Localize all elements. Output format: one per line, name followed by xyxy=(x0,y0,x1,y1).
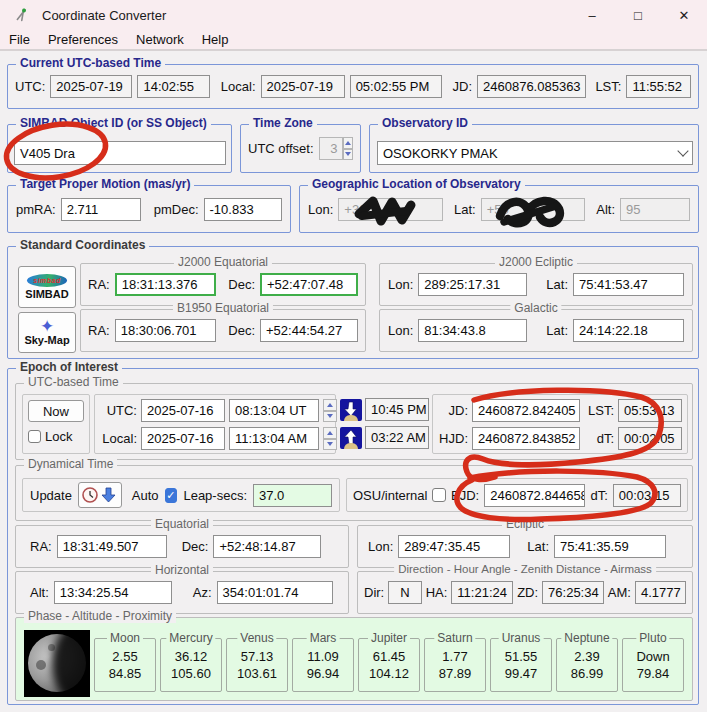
moonrise-icon[interactable] xyxy=(340,427,362,449)
epoch-local-date-field[interactable]: 2025-07-16 xyxy=(141,427,225,450)
horizontal-az-field[interactable]: 354:01:01.74 xyxy=(217,581,333,604)
menu-help[interactable]: Help xyxy=(193,30,238,49)
observatory-select[interactable]: OSOKORKY PMAK xyxy=(377,141,693,165)
group-title: Time Zone xyxy=(249,116,317,130)
group-time-zone: Time Zone UTC offset: 3 xyxy=(240,124,361,173)
galactic-lon-field[interactable]: 81:34:43.8 xyxy=(418,319,527,342)
ra-label: RA: xyxy=(30,539,52,554)
j2000-ra-field[interactable]: 18:31:13.376 xyxy=(115,273,217,296)
subgroup-b1950-equatorial: B1950 Equatorial RA: 18:30:06.701 Dec: +… xyxy=(80,309,366,352)
epoch-dt-label: dT: xyxy=(584,431,614,446)
subgroup-title: J2000 Ecliptic xyxy=(495,255,577,269)
epoch-utc-spinner[interactable] xyxy=(323,399,337,422)
epoch-local-time-field[interactable]: 11:13:04 AM xyxy=(229,427,319,450)
osu-internal-checkbox[interactable] xyxy=(432,488,446,502)
epoch-utc-date-field[interactable]: 2025-07-16 xyxy=(141,399,225,422)
pmdec-field[interactable]: -10.833 xyxy=(204,198,282,221)
group-title: Observatory ID xyxy=(378,116,472,130)
subgroup-galactic: Galactic Lon: 81:34:43.8 Lat: 24:14:22.1… xyxy=(379,309,693,352)
planet-name: Uranus xyxy=(499,631,544,645)
epoch-lst-label: LST: xyxy=(584,403,614,418)
menu-file[interactable]: File xyxy=(0,30,39,49)
epoch-hjd-label: HJD: xyxy=(435,431,468,446)
dec-label: Dec: xyxy=(228,323,255,338)
now-button[interactable]: Now xyxy=(28,400,84,422)
bjd-label: BJD: xyxy=(451,488,479,503)
subgroup-title: Horizontal xyxy=(151,563,213,577)
lon-label: Lon: xyxy=(368,539,393,554)
lock-checkbox[interactable] xyxy=(28,430,41,443)
group-title: Target Proper Motion (mas/yr) xyxy=(16,177,194,191)
alt-label: Alt: xyxy=(596,202,615,217)
dyn-dt-field: 00:03:15 xyxy=(613,484,681,507)
subgroup-title: UTC-based Time xyxy=(24,375,123,389)
observatory-selected-value: OSOKORKY PMAK xyxy=(383,146,498,161)
current-utc-time-field: 14:02:55 xyxy=(137,75,209,98)
latitude-field: +50 xyxy=(481,198,586,221)
spinner-up-icon[interactable] xyxy=(323,427,337,439)
epoch-utc-time-field[interactable]: 08:13:04 UT xyxy=(229,399,319,422)
spinner-up-icon[interactable] xyxy=(343,137,353,149)
current-local-time-field: 05:02:55 PM xyxy=(350,75,442,98)
utc-offset-spinner[interactable] xyxy=(343,137,353,160)
epoch-jd-field[interactable]: 2460872.842405 xyxy=(472,399,580,422)
j2000-dec-field[interactable]: +52:47:07.48 xyxy=(260,273,358,296)
lon-label: Lon: xyxy=(388,277,413,292)
epoch-jd-label: JD: xyxy=(435,403,468,418)
menu-network[interactable]: Network xyxy=(127,30,193,49)
close-button[interactable]: ✕ xyxy=(661,0,707,30)
planet-box-venus: Venus 57.13 103.61 xyxy=(226,638,288,692)
group-title: Current UTC-based Time xyxy=(16,56,165,70)
osu-internal-label: OSU/internal xyxy=(353,488,427,503)
pmra-field[interactable]: 2.711 xyxy=(61,198,141,221)
b1950-dec-field[interactable]: +52:44:54.27 xyxy=(260,319,358,342)
spinner-up-icon[interactable] xyxy=(323,399,337,411)
app-window: Coordinate Converter – □ ✕ File Preferen… xyxy=(0,0,707,712)
leap-secs-field[interactable]: 37.0 xyxy=(253,484,332,507)
epoch-hjd-field[interactable]: 2460872.843852 xyxy=(472,427,580,450)
j2000-ecl-lon-field[interactable]: 289:25:17.31 xyxy=(418,273,527,296)
simbad-logo-icon: simbad xyxy=(27,274,67,287)
auto-checkbox[interactable]: ✓ xyxy=(165,488,178,503)
epoch-lst-field: 05:53:13 xyxy=(618,399,682,422)
menu-preferences[interactable]: Preferences xyxy=(39,30,127,49)
moonset-time-field: 10:45 PM xyxy=(365,398,429,421)
bjd-field[interactable]: 2460872.844658 xyxy=(484,484,585,507)
horizontal-alt-field[interactable]: 13:34:25.54 xyxy=(54,581,172,604)
planet-box-moon: Moon 2.55 84.85 xyxy=(94,638,156,692)
skymap-button[interactable]: ✦ Sky-Map xyxy=(18,312,76,353)
planet-value-2: 86.99 xyxy=(557,665,617,682)
planet-name: Mars xyxy=(307,631,340,645)
subgroup-epoch-utc-time: UTC-based Time Now Lock UTC: 2025-07-16 … xyxy=(15,383,693,460)
skymap-button-label: Sky-Map xyxy=(24,334,69,346)
update-button[interactable] xyxy=(78,482,122,508)
subgroup-title: Direction - Hour Angle - Zenith Distance… xyxy=(394,563,656,575)
b1950-ra-field[interactable]: 18:30:06.701 xyxy=(115,319,217,342)
utc-offset-label: UTC offset: xyxy=(248,141,314,156)
spinner-down-icon[interactable] xyxy=(323,439,337,451)
epoch-dec-field[interactable]: +52:48:14.87 xyxy=(213,535,321,558)
planet-box-pluto: Pluto Down 79.84 xyxy=(622,638,684,692)
j2000-ecl-lat-field[interactable]: 75:41:53.47 xyxy=(573,273,684,296)
simbad-button[interactable]: simbad SIMBAD xyxy=(18,266,76,308)
maximize-button[interactable]: □ xyxy=(615,0,661,30)
planet-box-saturn: Saturn 1.77 87.89 xyxy=(424,638,486,692)
epoch-ecl-lat-field[interactable]: 75:41:35.59 xyxy=(554,535,666,558)
moon-phase-image xyxy=(24,630,90,697)
planet-box-neptune: Neptune 2.39 86.99 xyxy=(556,638,618,692)
galactic-lat-field[interactable]: 24:14:22.18 xyxy=(573,319,684,342)
moonset-icon[interactable] xyxy=(340,399,362,421)
spinner-down-icon[interactable] xyxy=(323,411,337,423)
epoch-ra-field[interactable]: 18:31:49.507 xyxy=(57,535,167,558)
object-id-input[interactable]: V405 Dra xyxy=(14,141,226,165)
minimize-button[interactable]: – xyxy=(569,0,615,30)
epoch-ecl-lon-field[interactable]: 289:47:35.45 xyxy=(398,535,510,558)
current-utc-date-field: 2025-07-19 xyxy=(50,75,132,98)
simbad-button-label: SIMBAD xyxy=(25,288,68,300)
epoch-local-spinner[interactable] xyxy=(323,427,337,450)
subgroup-phase-altitude-proximity: Phase - Altitude - Proximity Moon 2.55 8… xyxy=(15,617,693,701)
planet-value-2: 79.84 xyxy=(623,665,683,682)
subgroup-epoch-ecliptic: Ecliptic Lon: 289:47:35.45 Lat: 75:41:35… xyxy=(357,525,693,568)
spinner-down-icon[interactable] xyxy=(343,149,353,161)
group-current-utc-time: Current UTC-based Time UTC: 2025-07-19 1… xyxy=(7,64,699,109)
